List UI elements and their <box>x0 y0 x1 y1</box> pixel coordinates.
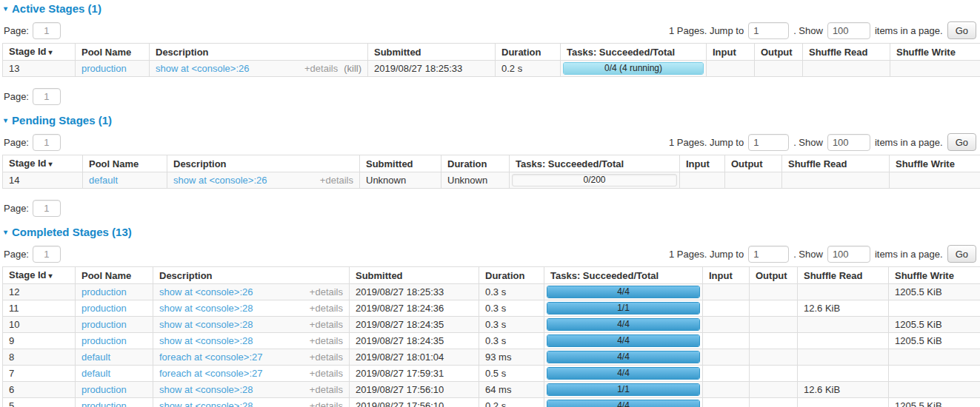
stage-description-link[interactable]: show at <console>:26 <box>173 175 267 186</box>
col-header-pool-name[interactable]: Pool Name <box>83 155 167 172</box>
pool-name-link[interactable]: default <box>89 175 118 186</box>
pool-name-cell: production <box>76 398 153 407</box>
duration-cell: 0.5 s <box>479 366 544 382</box>
page-number-input[interactable] <box>33 246 61 263</box>
shuffle-read-cell <box>798 284 889 300</box>
pool-name-link[interactable]: default <box>81 368 110 379</box>
kill-link[interactable]: (kill) <box>344 63 361 74</box>
col-header-tasks-succeeded-total[interactable]: Tasks: Succeeded/Total <box>544 267 703 284</box>
col-header-shuffle-read[interactable]: Shuffle Read <box>782 155 890 172</box>
col-header-stage-id[interactable]: Stage Id▾ <box>3 267 76 284</box>
pool-name-cell: production <box>76 61 150 77</box>
task-progress-bar: 4/4 <box>547 318 700 331</box>
duration-cell: 0.3 s <box>479 317 544 333</box>
collapse-arrow-icon: ▾ <box>4 117 7 124</box>
stage-description-link[interactable]: show at <console>:28 <box>159 384 253 395</box>
col-header-submitted[interactable]: Submitted <box>360 155 441 172</box>
go-button[interactable]: Go <box>947 245 976 263</box>
col-header-stage-id[interactable]: Stage Id▾ <box>3 155 83 172</box>
stage-description-link[interactable]: foreach at <console>:27 <box>159 352 263 363</box>
page-size-input[interactable] <box>827 134 870 151</box>
pool-name-link[interactable]: production <box>81 384 127 395</box>
stage-id-cell: 8 <box>3 349 76 366</box>
stage-description-link[interactable]: show at <console>:26 <box>159 286 253 297</box>
col-header-pool-name[interactable]: Pool Name <box>76 267 153 284</box>
details-toggle[interactable]: +details <box>310 352 343 363</box>
details-toggle[interactable]: +details <box>304 63 338 74</box>
col-header-input[interactable]: Input <box>703 267 750 284</box>
col-header-pool-name[interactable]: Pool Name <box>76 44 150 61</box>
details-toggle[interactable]: +details <box>310 303 343 314</box>
pool-name-link[interactable]: production <box>81 63 127 74</box>
page-number-input[interactable] <box>33 22 61 39</box>
jump-to-page-input[interactable] <box>748 22 789 39</box>
col-header-duration[interactable]: Duration <box>441 155 510 172</box>
col-header-input[interactable]: Input <box>680 155 725 172</box>
details-toggle[interactable]: +details <box>310 335 343 346</box>
pool-name-link[interactable]: default <box>81 352 110 363</box>
stage-description-link[interactable]: show at <console>:26 <box>156 63 249 74</box>
pool-name-cell: production <box>76 333 153 349</box>
col-header-submitted[interactable]: Submitted <box>350 267 479 284</box>
stage-description-link[interactable]: show at <console>:28 <box>159 335 253 346</box>
go-button[interactable]: Go <box>947 21 976 39</box>
stage-description-link[interactable]: show at <console>:28 <box>159 319 253 330</box>
details-toggle[interactable]: +details <box>320 175 353 186</box>
active-stages-header[interactable]: ▾ Active Stages (1) <box>4 2 979 15</box>
col-header-shuffle-read[interactable]: Shuffle Read <box>803 44 890 61</box>
jump-to-page-input[interactable] <box>748 134 789 151</box>
table-header-row: Stage Id▾Pool NameDescriptionSubmittedDu… <box>3 44 980 61</box>
task-progress-bar: 4/4 <box>547 286 700 298</box>
col-header-shuffle-write[interactable]: Shuffle Write <box>890 44 980 61</box>
jump-to-page-input[interactable] <box>748 246 789 263</box>
details-toggle[interactable]: +details <box>310 319 343 330</box>
pending-stages-header[interactable]: ▾ Pending Stages (1) <box>4 114 979 127</box>
col-header-shuffle-read[interactable]: Shuffle Read <box>798 267 889 284</box>
col-header-duration[interactable]: Duration <box>479 267 544 284</box>
col-header-output[interactable]: Output <box>755 44 803 61</box>
duration-cell: 93 ms <box>479 349 544 366</box>
col-header-description[interactable]: Description <box>153 267 350 284</box>
pool-name-link[interactable]: production <box>81 335 127 346</box>
page-size-input[interactable] <box>827 246 870 263</box>
page-number-input[interactable] <box>33 88 61 105</box>
collapse-arrow-icon: ▾ <box>4 229 7 236</box>
details-toggle[interactable]: +details <box>310 400 343 407</box>
col-header-output[interactable]: Output <box>750 267 798 284</box>
col-header-shuffle-write[interactable]: Shuffle Write <box>889 267 980 284</box>
col-header-input[interactable]: Input <box>707 44 755 61</box>
pool-name-link[interactable]: production <box>81 286 127 297</box>
stage-description-link[interactable]: show at <console>:28 <box>159 400 253 407</box>
page-number-input[interactable] <box>33 134 61 151</box>
shuffle-write-cell <box>889 382 980 398</box>
details-toggle[interactable]: +details <box>310 384 343 395</box>
duration-cell: 0.2 s <box>496 61 561 77</box>
details-toggle[interactable]: +details <box>310 286 343 297</box>
output-cell <box>725 172 782 189</box>
output-cell <box>750 284 798 300</box>
col-header-stage-id[interactable]: Stage Id▾ <box>3 44 76 61</box>
details-toggle[interactable]: +details <box>310 368 343 379</box>
pool-name-link[interactable]: production <box>81 400 127 407</box>
go-button[interactable]: Go <box>947 133 976 151</box>
stage-row: 11production+detailsshow at <console>:28… <box>3 300 980 317</box>
pool-name-link[interactable]: production <box>81 319 127 330</box>
col-header-description[interactable]: Description <box>150 44 368 61</box>
stage-description-link[interactable]: show at <console>:28 <box>159 303 253 314</box>
page-number-input[interactable] <box>33 200 61 217</box>
completed-stages-header[interactable]: ▾ Completed Stages (13) <box>4 226 979 238</box>
col-header-tasks-succeeded-total[interactable]: Tasks: Succeeded/Total <box>510 155 680 172</box>
col-header-duration[interactable]: Duration <box>496 44 561 61</box>
stage-row: 12production+detailsshow at <console>:26… <box>3 284 980 300</box>
page-size-input[interactable] <box>827 22 870 39</box>
sort-desc-icon: ▾ <box>49 272 53 280</box>
stage-row: 7default+detailsforeach at <console>:272… <box>3 366 980 382</box>
col-header-shuffle-write[interactable]: Shuffle Write <box>890 155 980 172</box>
input-cell <box>703 349 750 366</box>
col-header-tasks-succeeded-total[interactable]: Tasks: Succeeded/Total <box>561 44 707 61</box>
col-header-submitted[interactable]: Submitted <box>368 44 496 61</box>
pool-name-link[interactable]: production <box>81 303 127 314</box>
col-header-description[interactable]: Description <box>167 155 360 172</box>
col-header-output[interactable]: Output <box>725 155 782 172</box>
stage-description-link[interactable]: foreach at <console>:27 <box>159 368 263 379</box>
